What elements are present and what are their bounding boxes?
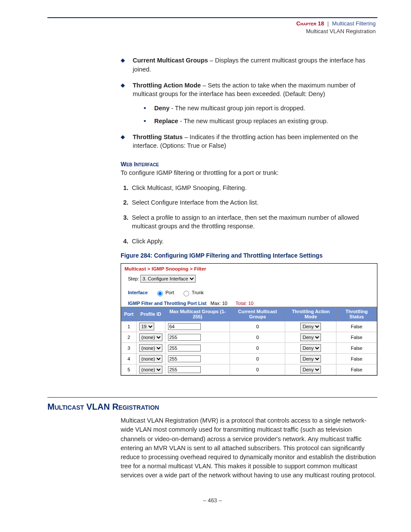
profile-select[interactable]: (none)	[139, 366, 162, 373]
page-header: Chapter 18 | Multicast Filtering Multica…	[47, 20, 377, 35]
action-select[interactable]: Deny	[300, 333, 321, 341]
max-groups-input[interactable]	[168, 323, 201, 330]
interface-label: Interface	[128, 290, 148, 295]
chapter-label: Chapter 18	[296, 20, 324, 27]
profile-select[interactable]: (none)	[139, 344, 162, 352]
list-item: Replace - The new multicast group replac…	[144, 117, 377, 126]
list-item: Deny - The new multicast group join repo…	[144, 104, 377, 113]
config-panel: Multicast > IGMP Snooping > Filter Step:…	[121, 263, 377, 376]
step-item: Click Apply.	[130, 237, 377, 246]
section-heading: Multicast VLAN Registration	[47, 402, 377, 412]
cell-current: 0	[230, 332, 285, 343]
web-interface-heading: Web Interface	[121, 161, 377, 168]
cell-current: 0	[230, 343, 285, 354]
interface-port-radio[interactable]	[157, 291, 163, 296]
step-label: Step:	[128, 276, 139, 281]
list-item: Current Multicast Groups – Displays the …	[121, 56, 377, 74]
profile-select[interactable]: (none)	[139, 355, 162, 363]
step-select[interactable]: 3. Configure Interface	[140, 275, 196, 283]
cell-status: False	[336, 332, 377, 343]
interface-trunk-radio[interactable]	[184, 291, 189, 296]
cell-current: 0	[230, 364, 285, 375]
col-profile: Profile ID	[137, 307, 165, 321]
max-groups-input[interactable]	[168, 355, 201, 362]
action-select[interactable]: Deny	[300, 344, 321, 352]
web-interface-intro: To configure IGMP filtering or throttlin…	[121, 168, 377, 177]
col-port: Port	[121, 307, 137, 321]
action-select[interactable]: Deny	[300, 366, 321, 373]
cell-current: 0	[230, 321, 285, 332]
list-item: Throttling Action Mode – Sets the action…	[121, 81, 377, 126]
header-subtopic: Multicast VLAN Registration	[47, 28, 376, 35]
step-item: Select Configure Interface from the Acti…	[130, 198, 377, 207]
max-groups-input[interactable]	[168, 345, 201, 352]
table-row: 2(none)0DenyFalse	[121, 332, 377, 343]
cell-port: 1	[121, 321, 137, 332]
cell-current: 0	[230, 354, 285, 364]
cell-port: 4	[121, 354, 137, 364]
header-topic: Multicast Filtering	[332, 20, 376, 27]
col-action: Throttling Action Mode	[285, 307, 336, 321]
table-row: 3(none)0DenyFalse	[121, 343, 377, 354]
cell-status: False	[336, 343, 377, 354]
cell-status: False	[336, 354, 377, 364]
parameter-list: Current Multicast Groups – Displays the …	[121, 56, 377, 150]
cell-status: False	[336, 321, 377, 332]
port-table: Port Profile ID Max Multicast Groups (1-…	[121, 307, 377, 375]
page-number: – 463 –	[47, 497, 377, 504]
action-select[interactable]: Deny	[300, 323, 321, 330]
action-select[interactable]: Deny	[300, 355, 321, 363]
list-max: Max: 10	[211, 301, 227, 306]
step-item: Select a profile to assign to an interfa…	[130, 213, 377, 231]
figure-caption: Figure 284: Configuring IGMP Filtering a…	[121, 252, 377, 259]
profile-select[interactable]: 19	[139, 323, 154, 330]
cell-port: 2	[121, 332, 137, 343]
table-row: 1190DenyFalse	[121, 321, 377, 332]
steps-list: Click Multicast, IGMP Snooping, Filterin…	[121, 184, 377, 246]
cell-port: 3	[121, 343, 137, 354]
step-item: Click Multicast, IGMP Snooping, Filterin…	[130, 184, 377, 193]
list-title: IGMP Filter and Throttling Port List	[128, 301, 207, 306]
col-current: Current Multicast Groups	[230, 307, 285, 321]
list-total: Total: 10	[236, 301, 254, 306]
section-body: Multicast VLAN Registration (MVR) is a p…	[121, 416, 377, 479]
col-status: Throttling Status	[336, 307, 377, 321]
max-groups-input[interactable]	[168, 366, 201, 373]
table-row: 5(none)0DenyFalse	[121, 364, 377, 375]
col-max: Max Multicast Groups (1-255)	[165, 307, 230, 321]
list-item: Throttling Status – Indicates if the thr…	[121, 133, 377, 150]
breadcrumb: Multicast > IGMP Snooping > Filter	[121, 264, 377, 273]
cell-port: 5	[121, 364, 137, 375]
profile-select[interactable]: (none)	[139, 333, 162, 341]
table-row: 4(none)0DenyFalse	[121, 354, 377, 364]
cell-status: False	[336, 364, 377, 375]
max-groups-input[interactable]	[168, 334, 201, 341]
